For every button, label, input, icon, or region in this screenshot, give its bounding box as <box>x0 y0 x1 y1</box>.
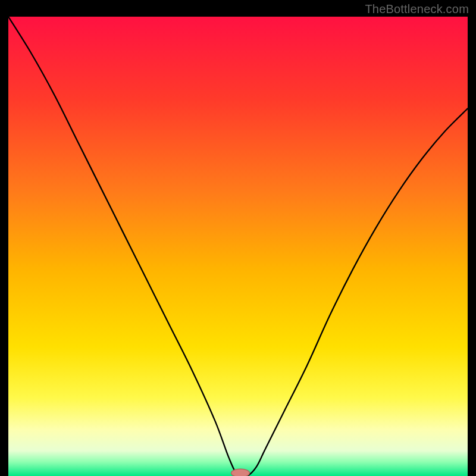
bottleneck-curve <box>8 17 468 476</box>
optimum-marker <box>230 468 250 476</box>
chart-frame: TheBottleneck.com <box>0 0 476 476</box>
plot-area <box>8 17 468 476</box>
watermark-text: TheBottleneck.com <box>365 2 469 16</box>
svg-point-1 <box>231 469 249 476</box>
